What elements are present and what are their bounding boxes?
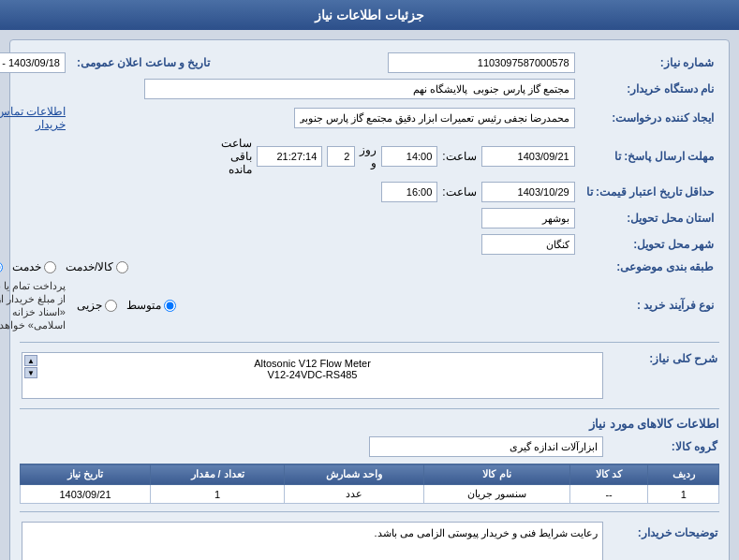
mohlet-date-input[interactable] [481,146,575,167]
ijad-konande-label: ایجاد کننده درخواست: [581,102,719,134]
mohlet-roz-label: روز و [360,143,377,169]
group-kala-label: گروه کالا: [605,436,717,457]
cell-nam: سنسور جریان [424,485,569,504]
kalaha-title: اطلاعات کالاهای مورد نیاز [20,417,719,431]
ijad-konande-input[interactable] [294,108,575,128]
page-title: جزئیات اطلاعات نیاز [0,0,739,30]
sharh-koli-line1: Altosonic V12 Flow Meter [254,358,371,369]
ettelaat-tamas-link[interactable]: اطلاعات تماس خریدار [0,105,66,131]
haddaghal-date-input[interactable] [481,182,575,202]
arrow-up[interactable]: ▲ [24,355,37,366]
haddaghal-label: حداقل تاریخ اعتبار قیمت: تا [581,179,719,205]
mohlet-mande-label: ساعت باقی مانده [221,137,252,176]
shenare-niaz-input[interactable] [388,52,575,73]
noe-motavaset-label[interactable]: متوسط [126,299,176,312]
kala-table: ردیف کد کالا نام کالا واحد شمارش تعداد /… [20,464,719,504]
tarikh-input[interactable] [0,52,66,73]
payment-note: پرداخت تمام یا بخشی از مبلغ خریدار از مح… [0,277,66,333]
tozihaat-textarea[interactable]: رعایت شرایط فنی و خریدار پیوستی الزامی م… [22,522,603,560]
cell-tedad: 1 [151,485,285,504]
arrow-down[interactable]: ▼ [24,367,37,378]
tabagheh-khidmat-label[interactable]: خدمت [12,260,56,273]
cell-kod: -- [569,485,648,504]
table-row: 1 -- سنسور جریان عدد 1 1403/09/21 [21,485,719,504]
col-radif: ردیف [648,464,719,485]
ostan-input[interactable] [481,208,575,228]
shenare-niaz-label: شماره نیاز: [581,50,719,76]
shahr-label: شهر محل تحویل: [581,231,719,258]
cell-radif: 1 [648,485,719,504]
noe-motavaset-radio[interactable] [164,300,176,312]
ostan-label: استان محل تحویل: [581,205,719,231]
mohlet-mande-input[interactable] [257,146,322,167]
tabagheh-radio-group: کالا/خدمت خدمت کالا [0,260,575,273]
haddaghal-saat-label: ساعت: [442,185,476,199]
col-vahed: واحد شمارش [285,464,424,485]
tabagheh-label: طبقه بندی موضوعی: [581,258,719,276]
col-tarikh: تاریخ نیاز [21,464,151,485]
shahr-input[interactable] [481,234,575,255]
tabagheh-kala-label[interactable]: کالا [0,260,3,273]
cell-tarikh: 1403/09/21 [21,485,151,504]
sharh-koli-box: ▲ ▼ Altosonic V12 Flow Meter V12-24VDC-R… [22,352,603,399]
nam-dastgah-label: نام دستگاه خریدار: [581,76,719,102]
tabagheh-kala-radio[interactable] [0,261,3,273]
noe-jozi-label[interactable]: جزیی [77,299,117,312]
mohlet-saat-input[interactable] [381,146,437,167]
mohlet-label: مهلت ارسال پاسخ: تا [581,134,719,179]
srj-arrows[interactable]: ▲ ▼ [24,355,37,378]
col-tedad: تعداد / مقدار [151,464,285,485]
tarikh-label: تاریخ و ساعت اعلان عمومی: [71,50,215,76]
nam-dastgah-input[interactable] [144,79,575,99]
sharh-koli-line2: V12-24VDC-RS485 [268,369,358,380]
haddaghal-saat-input[interactable] [381,182,437,202]
col-nam: نام کالا [424,464,569,485]
tabagheh-kala-khidmat-label[interactable]: کالا/خدمت [66,260,128,273]
cell-vahed: عدد [285,485,424,504]
tabagheh-kala-khidmat-radio[interactable] [116,261,128,273]
tabagheh-khidmat-radio[interactable] [44,261,56,273]
noe-farayand-label: نوع فرآیند خرید : [581,276,719,334]
tozihaat-label: توضیحات خریدار: [605,522,717,560]
noe-jozi-radio[interactable] [105,300,117,312]
noe-radio-group: متوسط جزیی [77,299,575,312]
mohlet-saat-label: ساعت: [442,150,476,163]
group-kala-input[interactable] [369,436,603,457]
col-kod: کد کالا [569,464,648,485]
mohlet-roz-input[interactable] [327,146,355,167]
sharh-koli-label: شرح کلی نیاز: [605,352,717,399]
